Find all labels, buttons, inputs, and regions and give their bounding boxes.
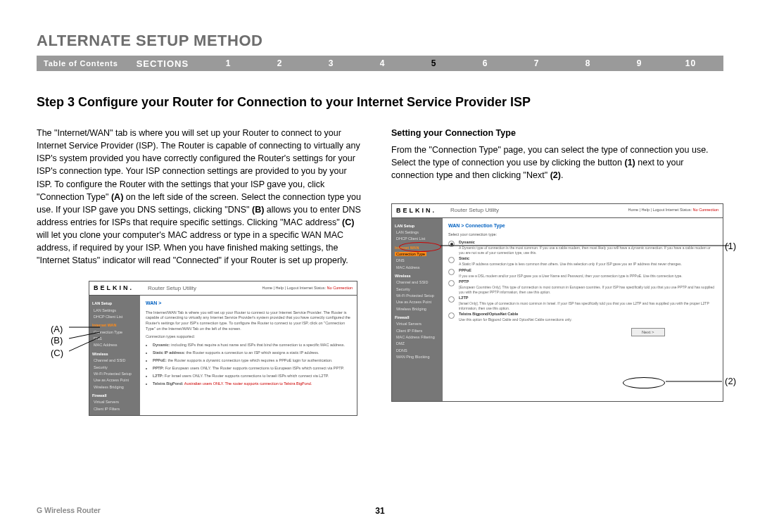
section-1[interactable]: 1 bbox=[203, 58, 254, 68]
next-button[interactable]: Next > bbox=[631, 328, 665, 337]
ss2-side-wl: Wireless bbox=[395, 273, 440, 279]
section-nav: Table of Contents SECTIONS 1 2 3 4 5 6 7… bbox=[37, 56, 723, 71]
ss2-side-wl5: Wireless Bridging bbox=[395, 306, 440, 312]
ss1-side-wl3: Wi-Fi Protected Setup bbox=[92, 371, 137, 377]
left-paragraph: The "Internet/WAN" tab is where you will… bbox=[37, 127, 363, 267]
ss2-title: Router Setup Utility bbox=[450, 206, 499, 215]
page-header: ALTERNATE SETUP METHOD bbox=[37, 32, 723, 50]
section-3[interactable]: 3 bbox=[305, 58, 357, 68]
ss2-side-wl4: Use as Access Point bbox=[395, 299, 440, 305]
ss2-side-wl2: Security bbox=[395, 286, 440, 293]
callout-1: (1) bbox=[725, 240, 736, 253]
ss1-sidebar: LAN Setup LAN Settings DHCP Client List … bbox=[89, 296, 140, 415]
ss2-side-lan2: DHCP Client List bbox=[395, 236, 440, 242]
ss2-top-links: Home | Help | Logout Internet Status: No… bbox=[628, 208, 718, 213]
ss1-supported: Connection types supported: bbox=[146, 334, 351, 340]
page-footer: G Wireless Router 31 bbox=[37, 506, 723, 514]
right-paragraph: From the "Connection Type" page, you can… bbox=[391, 144, 723, 182]
ss1-logo: BELKIN. bbox=[94, 284, 134, 293]
right-subhead: Setting your Connection Type bbox=[391, 127, 723, 139]
right-column: Setting your Connection Type From the "C… bbox=[391, 127, 723, 416]
ss1-top-links: Home | Help | Logout Internet Status: No… bbox=[262, 286, 353, 291]
opt-pppoe: PPPoEIf you use a DSL modem and/or your … bbox=[448, 268, 717, 278]
radio-icon bbox=[448, 269, 455, 275]
left-column: The "Internet/WAN" tab is where you will… bbox=[37, 127, 363, 416]
toc-link[interactable]: Table of Contents bbox=[44, 59, 118, 68]
ss1-side-lan2: DHCP Client List bbox=[92, 314, 137, 320]
footer-product: G Wireless Router bbox=[37, 506, 101, 514]
section-6[interactable]: 6 bbox=[460, 58, 511, 68]
ss2-side-wan: Internet WAN bbox=[395, 245, 440, 251]
ss2-side-fw3: MAC Address Filtering bbox=[395, 334, 440, 341]
left-text-a: The "Internet/WAN" tab is where you will… bbox=[37, 128, 360, 202]
radio-icon bbox=[448, 296, 455, 303]
ss1-side-wl1: Channel and SSID bbox=[92, 357, 137, 364]
radio-icon bbox=[448, 312, 455, 319]
ss2-crumb: WAN > Connection Type bbox=[448, 222, 717, 229]
ss1-side-wl5: Wireless Bridging bbox=[92, 384, 137, 391]
page-number: 31 bbox=[375, 506, 384, 516]
ss1-side-fw2: Client IP Filters bbox=[92, 406, 137, 412]
right-text-c: . bbox=[561, 170, 563, 180]
ss1-crumb: WAN > bbox=[146, 300, 351, 307]
label-A: (A) bbox=[111, 192, 123, 202]
ss2-side-fw1: Virtual Servers bbox=[395, 321, 440, 327]
ss1-side-fw: Firewall bbox=[92, 393, 137, 399]
ss2-side-fw4: DMZ bbox=[395, 341, 440, 347]
ss1-title: Router Setup Utility bbox=[148, 284, 196, 293]
step-heading: Step 3 Configure your Router for Connect… bbox=[37, 95, 723, 110]
ss2-logo: BELKIN. bbox=[396, 206, 436, 215]
ss2-side-lan: LAN Setup bbox=[395, 223, 440, 229]
ss1-side-wan: Internet WAN bbox=[92, 322, 137, 329]
ss2-side-wan2: DNS bbox=[395, 258, 440, 264]
label-2: (2) bbox=[550, 170, 561, 180]
screenshot-2-wrap: BELKIN. Router Setup Utility Home | Help… bbox=[391, 203, 723, 402]
ss1-side-wan3: MAC Address bbox=[92, 342, 137, 348]
ss1-side-wl: Wireless bbox=[92, 351, 137, 357]
section-7[interactable]: 7 bbox=[511, 58, 562, 68]
ss1-side-wan1: Connection Type bbox=[92, 329, 137, 336]
ss1-intro: The Internet/WAN Tab is where you will s… bbox=[146, 310, 351, 332]
ss2-side-wan1: Connection Type bbox=[395, 252, 426, 256]
screenshot-1-wrap: (A) (B) (C) BELKIN. Router Setup Utility… bbox=[37, 281, 363, 416]
section-4[interactable]: 4 bbox=[357, 58, 408, 68]
opt-l2tp: L2TP[Israel Only]. This type of connecti… bbox=[448, 296, 717, 310]
radio-icon bbox=[448, 241, 455, 247]
ss2-main: WAN > Connection Type Select your connec… bbox=[443, 218, 723, 401]
opt-pptp: PPTP[European Countries Only]. This type… bbox=[448, 279, 717, 294]
opt-static: StaticA Static IP address connection typ… bbox=[448, 256, 717, 266]
left-text-d: will let you clone your computer's MAC a… bbox=[37, 230, 348, 265]
ss2-side-fw: Firewall bbox=[395, 315, 440, 321]
section-10[interactable]: 10 bbox=[665, 58, 716, 68]
section-5[interactable]: 5 bbox=[408, 58, 460, 68]
callout-C: (C) bbox=[51, 347, 63, 360]
section-2[interactable]: 2 bbox=[254, 58, 305, 68]
ss1-side-wl2: Security bbox=[92, 365, 137, 371]
ss2-select-label: Select your connection type: bbox=[448, 232, 717, 238]
ss1-bullets: Dynamic: including ISPs that require a h… bbox=[153, 343, 351, 387]
ss1-side-fw1: Virtual Servers bbox=[92, 399, 137, 405]
radio-icon bbox=[448, 280, 455, 286]
section-numbers: 1 2 3 4 5 6 7 8 9 10 bbox=[203, 58, 716, 68]
ss1-side-lan: LAN Setup bbox=[92, 300, 137, 307]
ss2-side-lan1: LAN Settings bbox=[395, 229, 440, 236]
radio-icon bbox=[448, 257, 455, 263]
opt-telstra: Telstra Bigpond/OptusNet CableUse this o… bbox=[448, 312, 717, 322]
callout-B: (B) bbox=[51, 334, 63, 348]
ss2-side-fw2: Client IP Filters bbox=[395, 328, 440, 334]
router-screenshot-1: BELKIN. Router Setup Utility Home | Help… bbox=[89, 281, 357, 416]
ss1-side-lan1: LAN Settings bbox=[92, 308, 137, 314]
callout-2: (2) bbox=[725, 375, 736, 388]
ss2-side-wan3: MAC Address bbox=[395, 265, 440, 271]
section-8[interactable]: 8 bbox=[562, 58, 614, 68]
ss2-side-fw6: WAN Ping Blocking bbox=[395, 354, 440, 360]
ss2-side-fw5: DDNS bbox=[395, 348, 440, 354]
sections-label: SECTIONS bbox=[137, 58, 189, 69]
router-screenshot-2: BELKIN. Router Setup Utility Home | Help… bbox=[391, 203, 723, 402]
label-B: (B) bbox=[252, 205, 264, 215]
ss2-side-wl1: Channel and SSID bbox=[395, 279, 440, 286]
ss2-sidebar: LAN Setup LAN Settings DHCP Client List … bbox=[392, 218, 443, 401]
section-9[interactable]: 9 bbox=[614, 58, 665, 68]
opt-dynamic: DynamicA Dynamic type of connection is t… bbox=[448, 240, 717, 255]
ss2-side-wl3: Wi-Fi Protected Setup bbox=[395, 293, 440, 299]
